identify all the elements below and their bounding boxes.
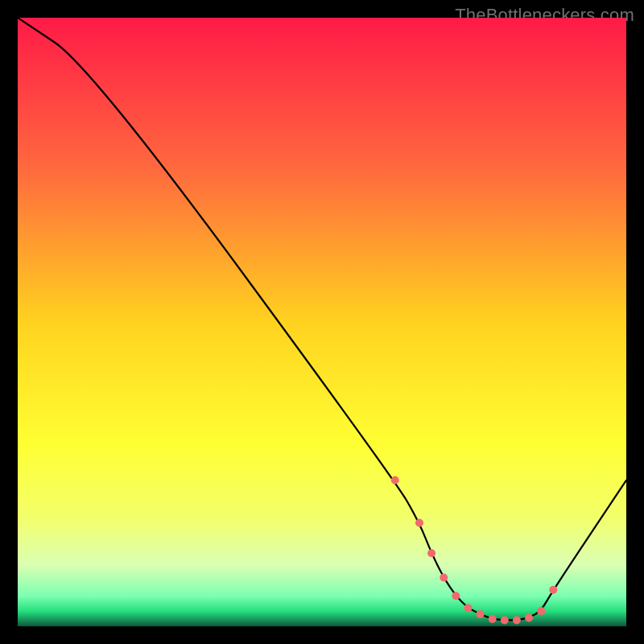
data-point	[513, 616, 521, 624]
data-point	[477, 610, 485, 618]
data-point	[415, 518, 423, 526]
data-point	[427, 549, 436, 557]
data-point	[489, 615, 497, 623]
data-point	[464, 604, 472, 612]
data-point	[440, 574, 448, 582]
data-point	[391, 477, 399, 485]
data-point	[525, 613, 533, 621]
data-point	[537, 607, 545, 615]
data-point	[452, 592, 460, 600]
chart-frame: TheBottleneckers.com	[0, 0, 644, 644]
gradient-background	[18, 18, 626, 626]
data-point	[501, 616, 509, 624]
data-point	[549, 586, 557, 594]
chart-svg	[18, 18, 626, 626]
plot-area	[18, 18, 626, 626]
